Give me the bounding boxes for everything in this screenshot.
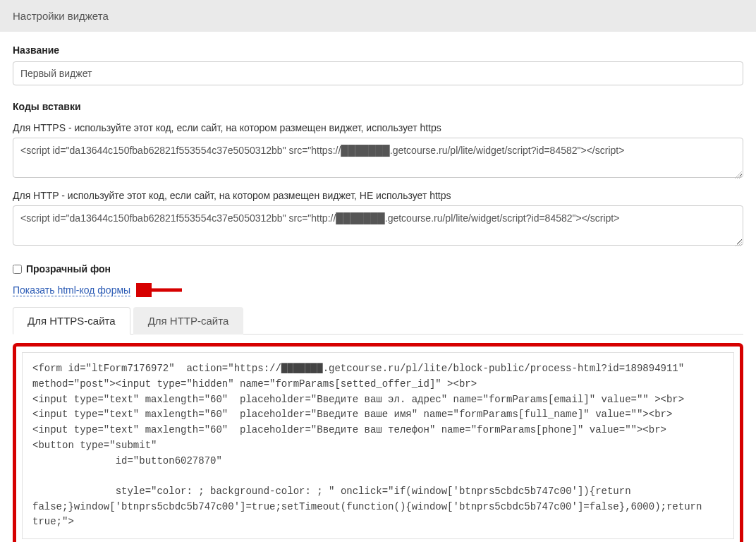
https-code-label: Для HTTPS - используйте этот код, если с… [13,122,743,133]
content-area: Название Коды вставки Для HTTPS - исполь… [0,32,756,542]
tab-http[interactable]: Для HTTP-сайта [133,307,244,335]
code-tabs: Для HTTPS-сайта Для HTTP-сайта [13,307,743,335]
name-field-group: Название [13,44,743,85]
transparent-bg-checkbox[interactable] [13,265,22,274]
page-header: Настройки виджета [0,0,756,32]
transparent-bg-row: Прозрачный фон [13,263,743,275]
show-html-row: Показать html-код формы [13,283,743,297]
https-code-textarea[interactable] [13,138,743,178]
http-code-textarea[interactable] [13,205,743,246]
name-input[interactable] [13,61,743,85]
form-code-textarea[interactable]: <form id="ltForm7176972" action="https:/… [22,352,734,539]
code-panel-highlight: <form id="ltForm7176972" action="https:/… [13,343,743,542]
page-title: Настройки виджета [13,10,109,22]
arrow-icon [136,283,185,297]
show-html-link[interactable]: Показать html-код формы [13,284,130,296]
embed-heading: Коды вставки [13,101,743,112]
embed-codes-group: Коды вставки Для HTTPS - используйте это… [13,101,743,248]
http-code-label: Для HTTP - используйте этот код, если са… [13,190,743,201]
tab-https[interactable]: Для HTTPS-сайта [13,307,130,335]
name-label: Название [13,44,743,56]
transparent-bg-label: Прозрачный фон [26,263,111,275]
